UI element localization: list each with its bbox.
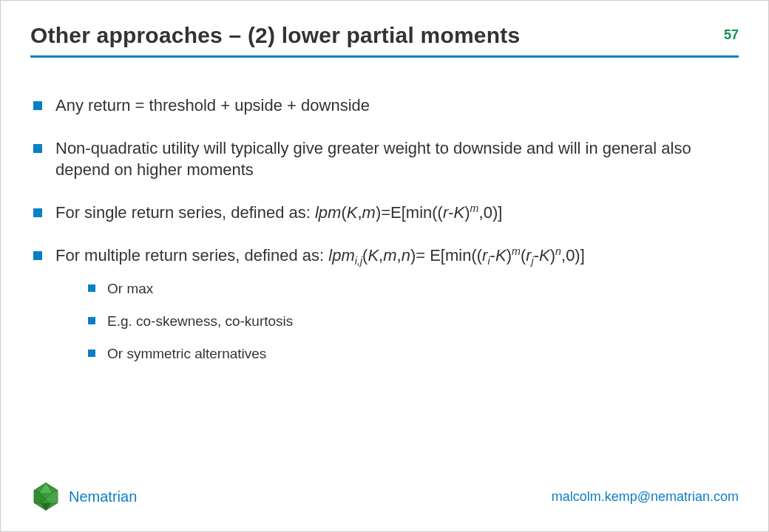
b4-rparen1: ) bbox=[507, 246, 512, 265]
bullet-2: Non-quadratic utility will typically giv… bbox=[30, 137, 739, 181]
b3-sup-m: m bbox=[470, 202, 479, 214]
b4-K3: K bbox=[539, 246, 550, 265]
slide-title: Other approaches – (2) lower partial mom… bbox=[30, 23, 520, 48]
bullet-3: For single return series, defined as: lp… bbox=[30, 202, 739, 224]
b3-lpm: lpm bbox=[315, 203, 341, 222]
b4-n: n bbox=[402, 246, 410, 265]
b3-minus: - bbox=[448, 203, 453, 222]
sub-list: Or max E.g. co-skewness, co-kurtosis Or … bbox=[87, 279, 739, 363]
bullet-4-prefix: For multiple return series, defined as: bbox=[55, 246, 328, 265]
sub-bullet-1: Or max bbox=[87, 279, 739, 299]
sub-bullet-2: E.g. co-skewness, co-kurtosis bbox=[87, 312, 739, 331]
sub-bullet-3: Or symmetric alternatives bbox=[87, 344, 739, 364]
sub-bullet-3-text: Or symmetric alternatives bbox=[107, 346, 266, 361]
b4-r2: r bbox=[526, 246, 531, 265]
bullet-3-prefix: For single return series, defined as: bbox=[55, 203, 315, 222]
b4-K: K bbox=[367, 246, 379, 265]
b3-K2: K bbox=[454, 203, 465, 222]
content: Any return = threshold + upside + downsi… bbox=[30, 95, 739, 363]
b4-K2: K bbox=[495, 246, 507, 265]
sub-bullet-2-text: E.g. co-skewness, co-kurtosis bbox=[107, 313, 293, 329]
b4-sup-n: n bbox=[555, 245, 561, 256]
b3-tail: ,0)] bbox=[479, 203, 503, 222]
bullet-1: Any return = threshold + upside + downsi… bbox=[30, 95, 739, 117]
bullet-4: For multiple return series, defined as: … bbox=[30, 245, 739, 364]
main-list: Any return = threshold + upside + downsi… bbox=[30, 95, 739, 363]
b4-lpm: lpm bbox=[328, 246, 354, 265]
b3-K: K bbox=[347, 203, 358, 222]
slide: Other approaches – (2) lower partial mom… bbox=[0, 0, 769, 532]
header: Other approaches – (2) lower partial mom… bbox=[30, 23, 739, 48]
title-rule bbox=[30, 55, 739, 58]
b4-close: )= E[min(( bbox=[410, 246, 482, 265]
b4-tail: ,0)] bbox=[561, 246, 585, 265]
b3-m: m bbox=[362, 203, 376, 222]
bullet-2-text: Non-quadratic utility will typically giv… bbox=[55, 139, 691, 180]
page-number: 57 bbox=[724, 27, 739, 43]
contact-email: malcolm.kemp@nematrian.com bbox=[552, 489, 739, 505]
brand-logo-icon bbox=[30, 481, 61, 512]
b4-minus2: - bbox=[534, 246, 539, 265]
b3-rparen: ) bbox=[464, 203, 470, 222]
b4-m: m bbox=[383, 246, 396, 265]
b4-minus1: - bbox=[490, 246, 495, 265]
footer: Nematrian malcolm.kemp@nematrian.com bbox=[30, 481, 739, 512]
brand-name: Nematrian bbox=[69, 488, 137, 505]
brand: Nematrian bbox=[30, 481, 137, 512]
sub-bullet-1-text: Or max bbox=[107, 281, 153, 296]
b3-close: )=E[min(( bbox=[376, 203, 443, 222]
b4-sup-m: m bbox=[512, 245, 521, 256]
bullet-1-text: Any return = threshold + upside + downsi… bbox=[55, 96, 370, 115]
b4-sub-ij: i,j bbox=[355, 255, 362, 267]
b3-open: ( bbox=[341, 203, 346, 222]
b4-rparen2: ) bbox=[550, 246, 555, 265]
